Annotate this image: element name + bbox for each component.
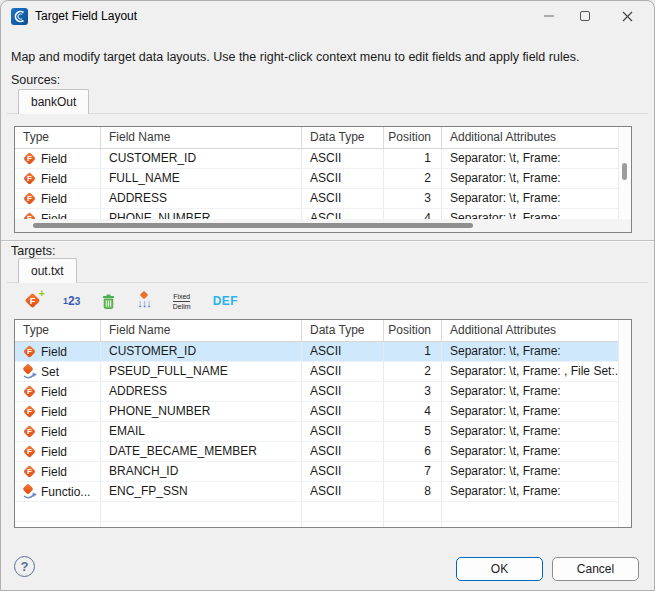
dialog-description: Map and modify target data layouts. Use … — [11, 50, 579, 64]
vertical-scrollbar[interactable] — [618, 127, 631, 232]
field-name-cell: DATE_BECAME_MEMBER — [101, 442, 302, 461]
column-header-position: Position — [384, 320, 442, 341]
tab-out-txt[interactable]: out.txt — [18, 258, 77, 283]
minimize-button[interactable] — [532, 1, 566, 31]
tab-bankout[interactable]: bankOut — [18, 89, 89, 114]
add-field-icon: F+ — [25, 293, 41, 309]
table-row[interactable]: Set PSEUD_FULL_NAME ASCII 2 Separator: \… — [15, 362, 631, 382]
fixed-delim-toggle-button[interactable]: Fixed Delim — [169, 291, 195, 312]
help-button[interactable]: ? — [14, 556, 35, 577]
function-icon — [23, 485, 37, 499]
data-type-cell: ASCII — [302, 402, 384, 421]
field-name-cell: CUSTOMER_ID — [101, 342, 302, 361]
targets-toolbar: F+ 123 ↓↓↓ Fixed Delim DEF — [14, 285, 641, 317]
type-cell: FField — [15, 422, 101, 441]
maximize-button[interactable] — [568, 1, 602, 31]
type-cell — [15, 522, 101, 527]
column-header-data-type: Data Type — [302, 127, 384, 148]
column-header-attributes: Additional Attributes — [442, 320, 631, 341]
add-field-button[interactable]: F+ — [21, 291, 45, 311]
field-name-cell: CUSTOMER_ID — [101, 149, 302, 168]
type-label: Field — [41, 465, 67, 479]
type-cell: FField — [15, 442, 101, 461]
app-logo-icon — [11, 8, 28, 25]
table-row[interactable]: FField DATE_BECAME_MEMBER ASCII 6 Separa… — [15, 442, 631, 462]
type-label: Field — [41, 425, 67, 439]
data-type-cell: ASCII — [302, 169, 384, 188]
position-cell: 1 — [384, 342, 442, 361]
table-row[interactable]: FField CUSTOMER_ID ASCII 1 Separator: \t… — [15, 149, 631, 169]
vertical-scrollbar-thumb[interactable] — [622, 163, 627, 180]
attributes-cell: Separator: \t, Frame: — [442, 342, 631, 361]
type-cell — [15, 502, 101, 521]
type-cell: FField — [15, 169, 101, 188]
table-row[interactable]: FField FULL_NAME ASCII 2 Separator: \t, … — [15, 169, 631, 189]
type-label: Field — [41, 192, 67, 206]
empty-row — [15, 502, 631, 522]
vertical-scrollbar[interactable] — [618, 320, 631, 527]
propagate-fields-button[interactable]: ↓↓↓ — [133, 291, 155, 311]
type-label: Field — [41, 152, 67, 166]
column-header-data-type: Data Type — [302, 320, 384, 341]
targets-table: Type Field Name Data Type Position Addit… — [14, 319, 632, 528]
def-button[interactable]: DEF — [209, 292, 243, 310]
horizontal-scrollbar-thumb[interactable] — [33, 223, 473, 228]
attributes-cell: Separator: \t, Frame: — [442, 422, 631, 441]
type-label: Field — [41, 345, 67, 359]
position-cell: 8 — [384, 482, 442, 501]
field-name-cell: PHONE_NUMBER — [101, 402, 302, 421]
type-cell: FField — [15, 342, 101, 361]
field-icon: F — [23, 385, 37, 399]
trash-icon — [102, 294, 115, 309]
cancel-button[interactable]: Cancel — [552, 557, 639, 581]
maximize-icon — [580, 11, 590, 21]
type-label: Field — [41, 445, 67, 459]
sources-label: Sources: — [11, 73, 60, 87]
position-cell: 7 — [384, 462, 442, 481]
position-cell — [384, 502, 442, 521]
attributes-cell: Separator: \t, Frame: , File Set:... — [442, 362, 631, 381]
ok-button[interactable]: OK — [456, 557, 543, 581]
field-icon: F — [23, 425, 37, 439]
close-button[interactable] — [610, 1, 644, 31]
section-splitter[interactable] — [1, 240, 654, 242]
table-row[interactable]: FField BRANCH_ID ASCII 7 Separator: \t, … — [15, 462, 631, 482]
set-icon — [23, 365, 37, 379]
attributes-cell — [442, 522, 631, 527]
column-header-type: Type — [15, 320, 101, 341]
table-row-selected[interactable]: FField CUSTOMER_ID ASCII 1 Separator: \t… — [15, 342, 631, 362]
attributes-cell: Separator: \t, Frame: — [442, 149, 631, 168]
column-header-attributes: Additional Attributes — [442, 127, 631, 148]
type-cell: FField — [15, 189, 101, 208]
data-type-cell: ASCII — [302, 462, 384, 481]
horizontal-scrollbar[interactable] — [15, 219, 631, 232]
targets-table-header: Type Field Name Data Type Position Addit… — [15, 320, 631, 342]
field-name-cell: BRANCH_ID — [101, 462, 302, 481]
field-name-cell — [101, 522, 302, 527]
type-cell: FField — [15, 402, 101, 421]
field-icon: F — [23, 192, 37, 206]
field-name-cell: PSEUD_FULL_NAME — [101, 362, 302, 381]
attributes-cell: Separator: \t, Frame: — [442, 462, 631, 481]
table-row[interactable]: FField ADDRESS ASCII 3 Separator: \t, Fr… — [15, 382, 631, 402]
plus-icon: + — [39, 287, 45, 299]
target-field-layout-dialog: Target Field Layout Map and modify targe… — [0, 0, 655, 591]
field-icon: F — [23, 152, 37, 166]
minimize-icon — [544, 15, 554, 17]
attributes-cell: Separator: \t, Frame: — [442, 189, 631, 208]
delete-field-button[interactable] — [98, 292, 119, 311]
type-label: Field — [41, 172, 67, 186]
renumber-positions-button[interactable]: 123 — [59, 292, 84, 310]
type-label: Field — [41, 385, 67, 399]
table-row[interactable]: FField PHONE_NUMBER ASCII 4 Separator: \… — [15, 402, 631, 422]
table-row[interactable]: FField ADDRESS ASCII 3 Separator: \t, Fr… — [15, 189, 631, 209]
position-cell: 1 — [384, 149, 442, 168]
data-type-cell: ASCII — [302, 342, 384, 361]
position-cell: 2 — [384, 362, 442, 381]
field-name-cell: FULL_NAME — [101, 169, 302, 188]
table-row[interactable]: FField EMAIL ASCII 5 Separator: \t, Fram… — [15, 422, 631, 442]
position-cell: 2 — [384, 169, 442, 188]
type-cell: FField — [15, 382, 101, 401]
table-row[interactable]: Functio... ENC_FP_SSN ASCII 8 Separator:… — [15, 482, 631, 502]
type-label: Field — [41, 405, 67, 419]
